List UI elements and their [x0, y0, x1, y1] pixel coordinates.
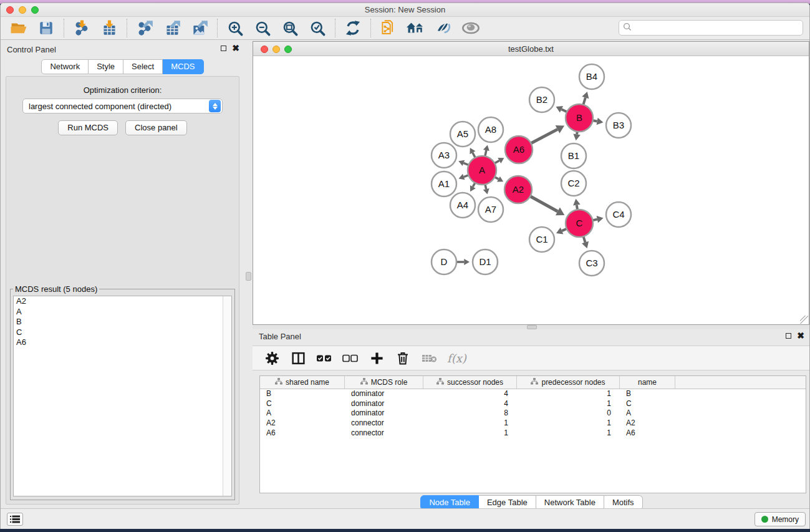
network-canvas[interactable]: B4B2BB3A8A5A6A3B1AA1C2A2A4A7C4CC1DD1C3 [253, 56, 809, 324]
criterion-dropdown-value: largest connected component (directed) [23, 102, 209, 111]
list-item[interactable]: A2 [14, 296, 231, 307]
search-box[interactable] [619, 20, 803, 36]
network-window-titlebar[interactable]: testGlobe.txt [253, 42, 809, 56]
zoom-selected-icon[interactable] [308, 19, 327, 37]
graph-node-D[interactable]: D [432, 249, 456, 274]
graph-node-C[interactable]: C [566, 210, 593, 237]
tab-network[interactable]: Network [41, 59, 89, 74]
splitter-handle[interactable] [527, 325, 537, 329]
graph-node-C4[interactable]: C4 [606, 202, 631, 227]
resize-grip-icon[interactable] [800, 316, 808, 324]
column-header-successor-nodes[interactable]: successor nodes [423, 376, 517, 389]
graph-node-B4[interactable]: B4 [579, 64, 604, 89]
hide-graphics-details-icon[interactable] [434, 19, 453, 37]
graph-node-A5[interactable]: A5 [450, 122, 475, 147]
search-input[interactable] [634, 23, 803, 32]
table-settings-icon[interactable] [264, 350, 280, 366]
open-session-icon[interactable] [9, 19, 28, 37]
column-header-predecessor-nodes[interactable]: predecessor nodes [517, 376, 620, 389]
memory-button[interactable]: Memory [755, 512, 806, 526]
table-row[interactable]: A2connector11A2 [260, 418, 806, 428]
close-panel-button[interactable]: Close panel [125, 120, 187, 135]
graph-node-A1[interactable]: A1 [432, 172, 456, 196]
svg-text:C1: C1 [536, 234, 547, 244]
table-cell: connector [345, 418, 423, 428]
window-titlebar[interactable]: Session: New Session [1, 3, 809, 17]
graph-node-C1[interactable]: C1 [529, 227, 554, 252]
svg-text:A3: A3 [438, 150, 450, 160]
hierarchy-icon [436, 378, 444, 387]
svg-text:B4: B4 [586, 71, 597, 82]
vertical-splitter[interactable] [244, 40, 253, 509]
list-item[interactable]: C [14, 327, 231, 338]
column-header-shared-name[interactable]: shared name [260, 376, 345, 389]
node-table[interactable]: shared nameMCDS rolesuccessor nodesprede… [259, 375, 806, 493]
criterion-dropdown[interactable]: largest connected component (directed) [22, 99, 223, 114]
tab-select[interactable]: Select [123, 59, 163, 74]
horizontal-splitter[interactable] [253, 325, 810, 329]
close-icon[interactable]: ✖ [797, 332, 804, 339]
float-icon[interactable] [786, 333, 791, 339]
toolbar-separator [335, 19, 335, 37]
graph-node-D1[interactable]: D1 [473, 249, 498, 274]
list-item[interactable]: A [14, 307, 231, 317]
graph-node-B3[interactable]: B3 [606, 113, 631, 138]
refresh-icon[interactable] [344, 19, 362, 37]
export-table-icon[interactable] [163, 19, 181, 37]
graph-node-C2[interactable]: C2 [561, 171, 586, 196]
scrollbar[interactable] [223, 296, 231, 496]
svg-text:D: D [441, 256, 448, 267]
graph-node-A4[interactable]: A4 [450, 193, 475, 218]
toggle-columns-icon[interactable] [290, 350, 306, 366]
table-cell: A2 [620, 418, 675, 428]
graph-node-A2[interactable]: A2 [504, 176, 532, 203]
graph-node-B[interactable]: B [566, 104, 593, 132]
graph-node-A7[interactable]: A7 [478, 197, 503, 222]
column-header-name[interactable]: name [620, 376, 675, 389]
show-graphics-details-icon[interactable] [461, 19, 480, 37]
table-row[interactable]: Adominator80A [260, 409, 806, 418]
import-network-icon[interactable] [72, 19, 91, 37]
graph-node-A3[interactable]: A3 [432, 143, 456, 168]
zoom-out-icon[interactable] [253, 19, 272, 37]
import-table-icon[interactable] [100, 19, 118, 37]
svg-text:A1: A1 [438, 178, 450, 189]
save-session-icon[interactable] [37, 19, 55, 37]
tab-mcds[interactable]: MCDS [163, 59, 203, 74]
table-cell: dominator [345, 409, 423, 418]
delete-column-icon[interactable] [395, 350, 411, 366]
list-icon[interactable] [7, 513, 23, 526]
add-column-icon[interactable] [369, 350, 385, 366]
graph-node-A6[interactable]: A6 [505, 136, 533, 163]
table-header-row: shared nameMCDS rolesuccessor nodesprede… [260, 376, 806, 389]
clone-network-icon[interactable] [379, 19, 398, 37]
select-all-icon[interactable] [316, 350, 332, 366]
table-row[interactable]: Bdominator41B [260, 389, 806, 399]
function-builder-icon: f(x) [447, 352, 466, 365]
zoom-in-icon[interactable] [226, 19, 244, 37]
table-cell: C [260, 399, 345, 409]
graph-node-A8[interactable]: A8 [478, 117, 503, 142]
mcds-result-list[interactable]: A2ABCA6 [13, 296, 232, 496]
status-bar: Memory [1, 508, 810, 529]
list-item[interactable]: A6 [14, 337, 231, 348]
export-image-icon[interactable] [190, 19, 209, 37]
graph-node-C3[interactable]: C3 [579, 251, 604, 276]
home-icon[interactable] [407, 19, 425, 37]
graph-node-B2[interactable]: B2 [529, 87, 554, 112]
graph-node-B1[interactable]: B1 [561, 143, 586, 168]
deselect-all-icon[interactable] [342, 350, 359, 366]
graph-node-A[interactable]: A [468, 156, 496, 185]
splitter-handle[interactable] [246, 272, 251, 281]
tab-style[interactable]: Style [89, 59, 123, 74]
table-row[interactable]: A6connector11A6 [260, 428, 806, 438]
column-header-MCDS-role[interactable]: MCDS role [345, 376, 423, 389]
run-mcds-button[interactable]: Run MCDS [58, 120, 118, 135]
zoom-fit-icon[interactable] [281, 19, 299, 37]
table-row[interactable]: Cdominator41C [260, 399, 806, 409]
list-item[interactable]: B [14, 317, 231, 327]
close-icon[interactable]: ✖ [232, 45, 239, 52]
export-network-icon[interactable] [135, 19, 154, 37]
float-icon[interactable] [221, 46, 226, 51]
table-cell: B [620, 389, 675, 399]
